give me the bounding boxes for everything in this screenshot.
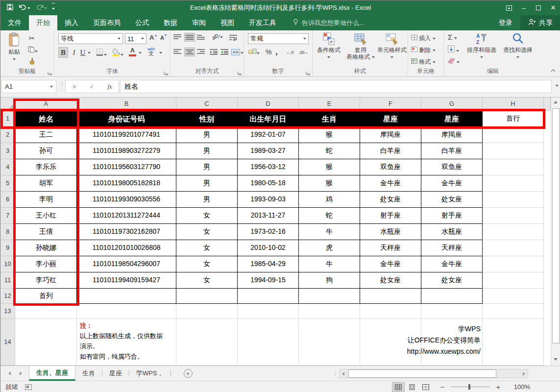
enter-icon[interactable]: ✓	[89, 83, 95, 90]
borders-button[interactable]	[96, 48, 107, 58]
cell-H14[interactable]	[483, 319, 544, 366]
cell-E2[interactable]: 猴	[299, 127, 360, 143]
cell-B5[interactable]: 110101198005182818	[77, 175, 176, 192]
cell-G9[interactable]: 天秤座	[421, 240, 483, 256]
cell-F13[interactable]	[360, 304, 421, 319]
sheet-tab[interactable]: 学WPS，	[129, 366, 170, 381]
cell-D8[interactable]: 1973-02-16	[238, 224, 299, 240]
cell-E12[interactable]	[299, 289, 360, 304]
cell-C9[interactable]: 女	[176, 240, 238, 256]
cell-G5[interactable]: 金牛座	[421, 175, 483, 192]
underline-dropdown-icon[interactable]	[88, 52, 91, 54]
cancel-icon[interactable]: ×	[72, 82, 76, 91]
row-header-6[interactable]: 6	[0, 192, 15, 208]
cell-A6[interactable]: 李明	[15, 192, 77, 208]
cell-E5[interactable]: 猴	[299, 175, 360, 192]
merge-dropdown-icon[interactable]	[241, 52, 243, 54]
cell-B12[interactable]	[77, 289, 176, 304]
cell-C4[interactable]: 男	[176, 159, 238, 175]
clear-button[interactable]	[448, 58, 460, 65]
column-header-H[interactable]: H	[483, 98, 544, 111]
insert-cells-button[interactable]: 插入	[411, 34, 436, 43]
align-bottom-icon[interactable]	[197, 34, 205, 40]
cell-C7[interactable]: 女	[176, 208, 238, 224]
cell-H7[interactable]	[483, 208, 544, 224]
shrink-font-button[interactable]: A	[160, 34, 167, 41]
tab-insert[interactable]: 插入	[57, 15, 86, 30]
merge-center-icon[interactable]	[231, 49, 240, 55]
format-cells-button[interactable]: 格式	[411, 58, 436, 66]
alignment-dialog-launcher-icon[interactable]	[237, 70, 242, 75]
zoom-level[interactable]: 100%	[508, 383, 530, 391]
percent-style-button[interactable]: %	[266, 48, 271, 56]
increase-indent-icon[interactable]	[220, 49, 228, 55]
cell-D1[interactable]: 出生年月日	[238, 111, 299, 127]
bold-button[interactable]: B	[58, 47, 68, 58]
delete-cells-button[interactable]: 删除	[411, 46, 436, 54]
ribbon-display-options-icon[interactable]	[502, 0, 516, 15]
orientation-button[interactable]: ab/	[212, 33, 223, 40]
align-left-icon[interactable]	[173, 49, 181, 55]
cell-D4[interactable]: 1956-03-12	[238, 159, 299, 175]
copy-button[interactable]	[28, 46, 38, 54]
cell-H11[interactable]	[483, 272, 544, 289]
number-format-select[interactable]: 常规	[248, 33, 309, 44]
cell-E13[interactable]	[299, 304, 360, 319]
row-header-5[interactable]: 5	[0, 175, 15, 192]
font-color-button[interactable]: A	[129, 47, 136, 56]
macro-record-icon[interactable]	[25, 384, 32, 390]
cell-A5[interactable]: 胡军	[15, 175, 77, 192]
promo-cell[interactable]: 学WPS 让OFFICE办公变得简单 http://www.xuewps.com…	[275, 323, 481, 357]
maximize-icon[interactable]	[531, 0, 546, 15]
cell-D10[interactable]: 1985-04-29	[238, 256, 299, 272]
cell-A4[interactable]: 李乐乐	[15, 159, 77, 175]
cell-F10[interactable]: 金牛座	[360, 256, 421, 272]
zoom-out-icon[interactable]: −	[439, 383, 446, 391]
sheet-tab-active[interactable]: 生肖、星座	[29, 366, 75, 381]
select-all-corner[interactable]	[0, 98, 15, 111]
increase-decimal-button[interactable]: ←.0	[286, 50, 293, 55]
cell-G10[interactable]: 金牛座	[421, 256, 483, 272]
tab-review[interactable]: 审阅	[185, 15, 213, 30]
vertical-scrollbar-thumb[interactable]	[552, 108, 560, 343]
formula-input[interactable]: 姓名	[120, 80, 552, 93]
cell-F11[interactable]: 处女座	[360, 272, 421, 289]
cell-E4[interactable]: 猴	[299, 159, 360, 175]
find-select-button[interactable]: 查找和选择	[501, 32, 535, 60]
share-button[interactable]: 共享	[520, 15, 560, 30]
align-right-icon[interactable]	[197, 49, 205, 55]
tell-me-box[interactable]: 告诉我您想要做什么...	[292, 15, 365, 30]
tab-formulas[interactable]: 公式	[128, 15, 156, 30]
cell-B4[interactable]: 110101195603127790	[77, 159, 176, 175]
cell-A14[interactable]	[15, 319, 77, 366]
row-header-10[interactable]: 10	[0, 256, 15, 272]
cell-C6[interactable]: 男	[176, 192, 238, 208]
cell-A8[interactable]: 王倩	[15, 224, 77, 240]
cell-F6[interactable]: 处女座	[360, 192, 421, 208]
cell-H8[interactable]	[483, 224, 544, 240]
tab-page-layout[interactable]: 页面布局	[86, 15, 128, 30]
cell-E8[interactable]: 牛	[299, 224, 360, 240]
cell-A2[interactable]: 王二	[15, 127, 77, 143]
cell-G1[interactable]: 星座	[421, 111, 483, 127]
cell-F9[interactable]: 天秤座	[360, 240, 421, 256]
cell-E7[interactable]: 蛇	[299, 208, 360, 224]
cell-C12[interactable]	[176, 289, 238, 304]
cell-A10[interactable]: 李小丽	[15, 256, 77, 272]
accounting-format-button[interactable]	[248, 48, 260, 56]
tab-data[interactable]: 数据	[156, 15, 185, 30]
row-header-4[interactable]: 4	[0, 159, 15, 175]
tab-home[interactable]: 开始	[29, 15, 57, 30]
cell-B10[interactable]: 110101198504296007	[77, 256, 176, 272]
name-box[interactable]: A1	[1, 80, 56, 93]
cell-F8[interactable]: 水瓶座	[360, 224, 421, 240]
add-sheet-icon[interactable]: +	[184, 369, 193, 378]
phonetic-button[interactable]: wén文	[147, 47, 155, 56]
comma-style-button[interactable]: ,	[275, 47, 278, 57]
cell-H4[interactable]	[483, 159, 544, 175]
qat-customize-icon[interactable]	[52, 3, 55, 13]
cell-H9[interactable]	[483, 240, 544, 256]
vertical-scrollbar[interactable]	[551, 98, 560, 366]
row-header-11[interactable]: 11	[0, 272, 15, 289]
expand-formula-bar-icon[interactable]	[556, 85, 559, 87]
